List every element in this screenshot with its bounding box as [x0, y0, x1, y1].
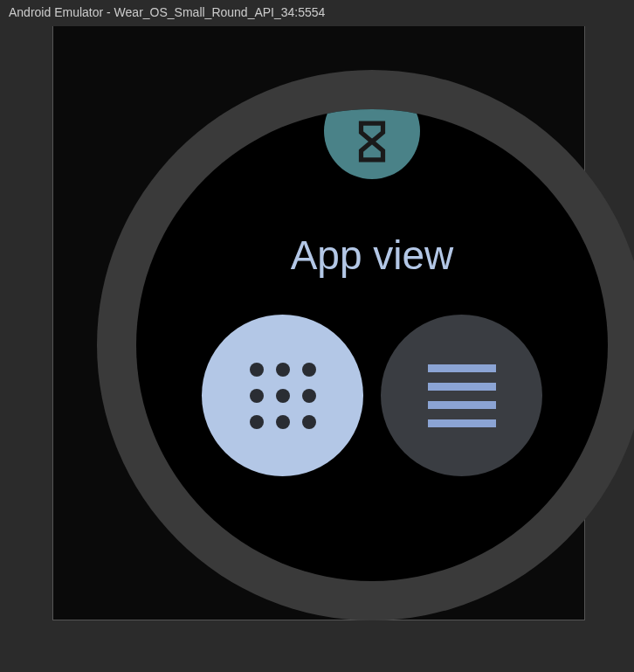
view-options-container	[136, 315, 608, 476]
watch-face[interactable]: App view	[136, 109, 608, 581]
window-title: Android Emulator - Wear_OS_Small_Round_A…	[0, 0, 634, 24]
grid-icon	[250, 363, 316, 429]
list-icon	[428, 364, 496, 427]
hourglass-button[interactable]	[324, 109, 420, 179]
app-view-title: App view	[136, 232, 608, 279]
emulator-frame: App view	[52, 26, 585, 620]
hourglass-icon	[350, 120, 394, 163]
watch-bezel: App view	[97, 70, 634, 620]
list-view-option[interactable]	[381, 315, 542, 476]
grid-view-option[interactable]	[202, 315, 363, 476]
